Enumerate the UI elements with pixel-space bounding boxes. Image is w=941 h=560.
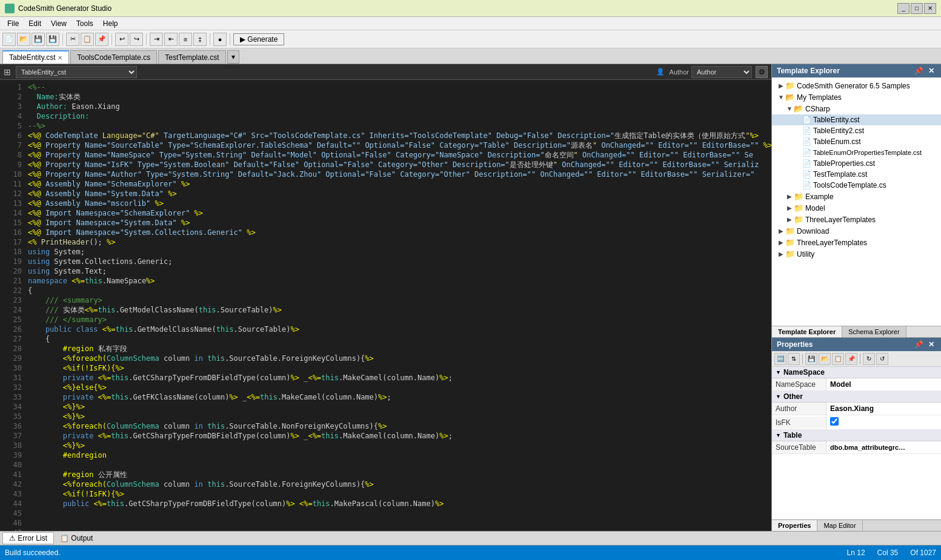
tree-item-example[interactable]: ▶ 📁 Example: [772, 191, 941, 202]
tree-item-testtemplate[interactable]: 📄 TestTemplate.cst: [772, 169, 941, 180]
te-pin-button[interactable]: 📌: [913, 67, 925, 75]
comment-button[interactable]: ‡: [193, 33, 207, 46]
prop-row-sourcetable: SourceTable dbo.bma_attributegrc…: [772, 441, 941, 454]
folder-cgs-icon: 📁: [785, 81, 795, 90]
template-explorer: Template Explorer 📌 ✕ ▶ 📁 CodeSmith Gene…: [772, 64, 941, 337]
format-button[interactable]: ≡: [179, 33, 192, 46]
prop-collapse-namespace[interactable]: ▼: [776, 369, 781, 375]
prop-btab-mapeditor[interactable]: Map Editor: [817, 520, 862, 531]
status-ln: Ln 12: [847, 548, 865, 557]
properties-header: Properties 📌 ✕: [772, 338, 941, 351]
editor-area: ⊞ TableEntity_cst 👤 Author Author ⚙ 1234…: [0, 64, 771, 531]
tab-template-explorer[interactable]: Template Explorer: [772, 326, 842, 337]
tab-tableentity-close[interactable]: ✕: [58, 54, 62, 61]
file-tableentity2-icon: 📄: [802, 127, 811, 135]
editor-settings-button[interactable]: ⚙: [756, 66, 768, 78]
tree-label-testtemplate: TestTemplate.cst: [813, 170, 867, 179]
tree-item-cgs[interactable]: ▶ 📁 CodeSmith Generator 6.5 Samples: [772, 80, 941, 91]
prop-btab-properties[interactable]: Properties: [772, 520, 817, 531]
tree-item-tableenum[interactable]: 📄 TableEnum.cst: [772, 136, 941, 147]
tree-toggle-cgs[interactable]: ▶: [777, 82, 785, 89]
generate-label: ▶ Generate: [240, 35, 278, 44]
prop-reset-button[interactable]: ↺: [876, 353, 888, 365]
menu-help[interactable]: Help: [98, 18, 123, 29]
tree-item-model[interactable]: ▶ 📁 Model: [772, 202, 941, 214]
tree-item-mytemplates[interactable]: ▼ 📂 My Templates: [772, 91, 941, 103]
template-selector[interactable]: TableEntity_cst: [16, 66, 137, 78]
tree-toggle-csharp[interactable]: ▼: [785, 105, 794, 112]
tree-toggle-download[interactable]: ▶: [777, 228, 785, 234]
prop-refresh-button[interactable]: ↻: [863, 353, 875, 365]
prop-collapse-table[interactable]: ▼: [776, 432, 781, 438]
copy-button[interactable]: 📋: [81, 33, 94, 46]
tab-toolscode-label: ToolsCodeTemplate.cs: [77, 53, 150, 62]
tab-overflow-button[interactable]: ▾: [227, 50, 239, 64]
new-button[interactable]: 📄: [2, 33, 16, 46]
folder-model-icon: 📁: [794, 203, 803, 212]
paste-button[interactable]: 📌: [95, 33, 108, 46]
menu-tools[interactable]: Tools: [71, 18, 98, 29]
prop-value-sourcetable[interactable]: dbo.bma_attributegrc…: [826, 442, 941, 453]
author-selector[interactable]: Author: [691, 66, 752, 78]
menu-file[interactable]: File: [2, 18, 24, 29]
prop-value-author[interactable]: Eason.Xiang: [826, 403, 941, 415]
prop-az-button[interactable]: ⇅: [788, 353, 800, 365]
tree-item-threelayer[interactable]: ▶ 📁 ThreeLayerTemplates: [772, 214, 941, 225]
tab-testtemplate-label: TestTemplate.cst: [165, 53, 219, 62]
generate-button[interactable]: ▶ Generate: [233, 33, 284, 45]
tree-toggle-example[interactable]: ▶: [785, 193, 794, 200]
cut-button[interactable]: ✂: [66, 33, 79, 46]
prop-open-button[interactable]: 📂: [819, 353, 831, 365]
tree-label-mytemplates: My Templates: [797, 93, 842, 102]
tab-testtemplate[interactable]: TestTemplate.cst: [158, 50, 225, 64]
btab-output[interactable]: 📋 Output: [54, 533, 99, 544]
redo-button[interactable]: ↪: [130, 33, 143, 46]
tree-label-threelayer: ThreeLayerTemplates: [805, 216, 876, 224]
tree-toggle-mytemplates[interactable]: ▼: [777, 94, 785, 100]
tree-toggle-model[interactable]: ▶: [785, 205, 794, 211]
maximize-button[interactable]: □: [911, 3, 923, 14]
menu-view[interactable]: View: [46, 18, 71, 29]
tree-item-toolscode[interactable]: 📄 ToolsCodeTemplate.cs: [772, 180, 941, 191]
tree-toggle-threelayer[interactable]: ▶: [785, 216, 794, 223]
tree-item-tableenumor[interactable]: 📄 TableEnumOrPropertiesTemplate.cst: [772, 147, 941, 158]
prop-row-namespace: NameSpace Model: [772, 378, 941, 391]
tree-item-utility[interactable]: ▶ 📁 Utility: [772, 248, 941, 260]
undo-button[interactable]: ↩: [115, 33, 128, 46]
tree-item-tableentity[interactable]: 📄 TableEntity.cst: [772, 114, 941, 125]
close-button[interactable]: ✕: [924, 3, 936, 14]
tree-item-tableprops[interactable]: 📄 TableProperties.cst: [772, 158, 941, 169]
prop-sort-button[interactable]: 🔤: [774, 353, 786, 365]
prop-copy-button[interactable]: 📋: [832, 353, 844, 365]
tab-tableentity[interactable]: TableEntity.cst ✕: [2, 50, 69, 64]
tree-item-threelayer2[interactable]: ▶ 📁 ThreeLayerTemplates: [772, 237, 941, 248]
code-editor[interactable]: <%-- Name:实体类 Author: Eason.Xiang Descri…: [24, 80, 771, 531]
save-all-button[interactable]: 💾: [46, 33, 59, 46]
prop-paste-button[interactable]: 📌: [845, 353, 857, 365]
minimize-button[interactable]: _: [897, 3, 909, 14]
prop-value-namespace[interactable]: Model: [826, 378, 941, 390]
tree-item-download[interactable]: ▶ 📁 Download: [772, 225, 941, 237]
tree-item-tableentity2[interactable]: 📄 TableEntity2.cst: [772, 125, 941, 136]
btab-errorlist[interactable]: ⚠ Error List: [2, 532, 54, 544]
tree-item-csharp[interactable]: ▼ 📂 CSharp: [772, 103, 941, 114]
prop-close-button[interactable]: ✕: [926, 340, 936, 349]
tab-schema-explorer[interactable]: Schema Explorer: [842, 326, 906, 337]
file-tableprops-icon: 📄: [802, 159, 811, 168]
tab-toolscode[interactable]: ToolsCodeTemplate.cs: [70, 50, 157, 64]
folder-threelayer-icon: 📁: [794, 215, 803, 224]
prop-save-button[interactable]: 💾: [805, 353, 817, 365]
prop-collapse-other[interactable]: ▼: [776, 394, 781, 400]
prop-checkbox-isfk[interactable]: [830, 417, 839, 426]
open-button[interactable]: 📂: [17, 33, 30, 46]
indent-button[interactable]: ⇥: [150, 33, 163, 46]
breakpoint-button[interactable]: ●: [213, 33, 227, 46]
template-tree: ▶ 📁 CodeSmith Generator 6.5 Samples ▼ 📂 …: [772, 77, 941, 326]
save-button[interactable]: 💾: [32, 33, 45, 46]
tree-toggle-threelayer2[interactable]: ▶: [777, 239, 785, 246]
tree-toggle-utility[interactable]: ▶: [777, 251, 785, 257]
outdent-button[interactable]: ⇤: [164, 33, 178, 46]
prop-pin-button[interactable]: 📌: [913, 340, 925, 349]
menu-edit[interactable]: Edit: [24, 18, 46, 29]
te-close-button[interactable]: ✕: [926, 67, 936, 75]
